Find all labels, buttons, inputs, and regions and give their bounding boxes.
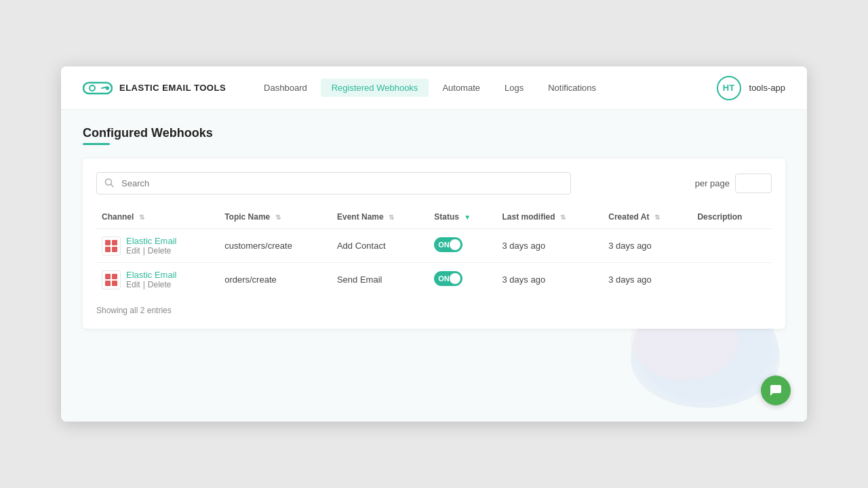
svg-rect-7 <box>105 247 111 252</box>
svg-line-3 <box>111 184 114 187</box>
sort-channel-icon: ⇅ <box>139 214 144 221</box>
channel-info-1: Elastic Email Edit | Delete <box>126 270 176 289</box>
logo-area: ELASTIC EMAIL TOOLS <box>83 79 226 98</box>
svg-rect-6 <box>112 240 117 245</box>
nav-automate[interactable]: Automate <box>431 79 491 97</box>
webhooks-table: Channel ⇅ Topic Name ⇅ Event Name ⇅ St <box>96 205 772 296</box>
cell-status-1: ON <box>429 263 496 297</box>
avatar[interactable]: HT <box>717 76 741 100</box>
nav-registered-webhooks[interactable]: Registered Webhooks <box>321 79 429 97</box>
cell-status-0: ON <box>429 229 496 263</box>
table-row: Elastic Email Edit | Delete orders/creat… <box>96 263 772 297</box>
channel-name-1[interactable]: Elastic Email <box>126 270 176 280</box>
toggle-track-0[interactable]: ON <box>434 237 462 252</box>
cell-channel-1: Elastic Email Edit | Delete <box>96 263 219 297</box>
delete-link-0[interactable]: Delete <box>148 246 172 256</box>
per-page-wrap: per page 10 <box>695 174 772 193</box>
sort-modified-icon: ⇅ <box>560 214 566 221</box>
svg-rect-5 <box>105 240 111 245</box>
per-page-label: per page <box>695 178 730 188</box>
cell-topic-1: orders/create <box>219 263 332 297</box>
cell-event-1: Send Email <box>332 263 429 297</box>
page-title: Configured Webhooks <box>83 126 785 140</box>
channel-info-0: Elastic Email Edit | Delete <box>126 236 176 256</box>
cell-event-0: Add Contact <box>332 229 429 263</box>
channel-actions-1: Edit | Delete <box>126 280 176 289</box>
col-description: Description <box>692 205 772 229</box>
col-topic-name[interactable]: Topic Name ⇅ <box>219 205 332 229</box>
table-row: Elastic Email Edit | Delete customers/cr… <box>96 229 772 263</box>
table-card: per page 10 Channel ⇅ Topic Name ⇅ <box>83 159 785 329</box>
separator-1: | <box>143 280 145 289</box>
cell-modified-1: 3 days ago <box>497 263 604 297</box>
toggle-track-1[interactable]: ON <box>434 271 462 286</box>
search-icon <box>104 178 114 189</box>
sort-created-icon: ⇅ <box>654 214 660 221</box>
cell-modified-0: 3 days ago <box>497 229 604 263</box>
header-right: HT tools-app <box>717 76 785 100</box>
search-wrap <box>96 172 571 195</box>
delete-link-1[interactable]: Delete <box>148 280 172 289</box>
col-last-modified[interactable]: Last modified ⇅ <box>497 205 604 229</box>
search-input[interactable] <box>96 172 571 195</box>
cell-channel-0: Elastic Email Edit | Delete <box>96 229 219 263</box>
nav-logs[interactable]: Logs <box>494 79 534 97</box>
main-nav: Dashboard Registered Webhooks Automate L… <box>253 79 716 97</box>
cell-created-0: 3 days ago <box>603 229 692 263</box>
toggle-thumb-1 <box>450 273 460 284</box>
toggle-1[interactable]: ON <box>434 271 462 286</box>
svg-rect-12 <box>105 281 111 286</box>
channel-logo-0 <box>102 237 121 256</box>
svg-rect-10 <box>105 274 111 279</box>
nav-dashboard[interactable]: Dashboard <box>253 79 318 97</box>
main-content: Configured Webhooks per page 10 <box>61 110 807 422</box>
toggle-label-0: ON <box>438 241 450 249</box>
cell-description-1 <box>692 263 772 297</box>
separator-0: | <box>143 246 145 256</box>
toggle-thumb-0 <box>450 239 460 250</box>
app-window: ELASTIC EMAIL TOOLS Dashboard Registered… <box>61 66 807 422</box>
sort-status-icon: ▼ <box>464 214 471 221</box>
svg-rect-13 <box>112 281 117 286</box>
sort-topic-icon: ⇅ <box>275 214 281 221</box>
toggle-0[interactable]: ON <box>434 237 462 252</box>
channel-name-0[interactable]: Elastic Email <box>126 236 176 246</box>
channel-logo-1 <box>102 270 121 289</box>
edit-link-0[interactable]: Edit <box>126 246 140 256</box>
channel-actions-0: Edit | Delete <box>126 246 176 256</box>
svg-rect-8 <box>112 247 117 252</box>
edit-link-1[interactable]: Edit <box>126 280 140 289</box>
per-page-input[interactable]: 10 <box>735 174 772 193</box>
svg-rect-11 <box>112 274 117 279</box>
chat-button[interactable] <box>761 375 791 405</box>
nav-notifications[interactable]: Notifications <box>537 79 607 97</box>
cell-topic-0: customers/create <box>219 229 332 263</box>
col-status[interactable]: Status ▼ <box>429 205 496 229</box>
logo-icon <box>83 79 113 98</box>
cell-created-1: 3 days ago <box>603 263 692 297</box>
cell-description-0 <box>692 229 772 263</box>
logo-text: ELASTIC EMAIL TOOLS <box>119 83 226 93</box>
col-event-name[interactable]: Event Name ⇅ <box>332 205 429 229</box>
col-created-at[interactable]: Created At ⇅ <box>603 205 692 229</box>
toggle-label-1: ON <box>438 274 450 283</box>
table-controls: per page 10 <box>96 172 772 195</box>
svg-point-1 <box>90 85 95 91</box>
title-underline <box>83 143 110 145</box>
app-name-label: tools-app <box>749 83 785 93</box>
col-channel[interactable]: Channel ⇅ <box>96 205 219 229</box>
table-header-row: Channel ⇅ Topic Name ⇅ Event Name ⇅ St <box>96 205 772 229</box>
sort-event-icon: ⇅ <box>389 214 394 221</box>
header: ELASTIC EMAIL TOOLS Dashboard Registered… <box>61 66 807 110</box>
entries-count: Showing all 2 entries <box>96 306 772 315</box>
